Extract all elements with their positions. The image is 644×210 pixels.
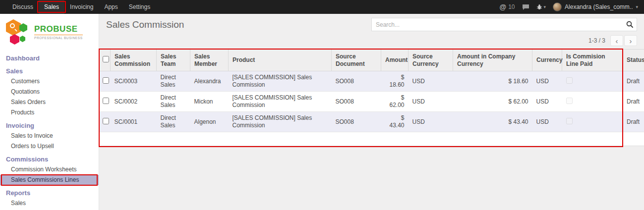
cell-sales-member: Algenon	[190, 112, 229, 132]
mention-count: 10	[508, 3, 515, 10]
logo-text: PROBUSE	[34, 25, 83, 33]
col-header-is-commission-line-paid[interactable]: Is Commision Line Paid	[562, 50, 623, 71]
col-header-amount[interactable]: Amount	[381, 50, 409, 71]
sidebar-section-invoicing: Invoicing	[0, 120, 99, 131]
col-header-amount-company-currency[interactable]: Amount in Company Currency	[453, 50, 532, 71]
caret-down-icon: ▾	[636, 4, 638, 9]
cell-amount-company: $ 62.00	[453, 92, 532, 112]
topbar: Discuss Sales Invoicing Apps Settings @ …	[0, 0, 644, 14]
debug-menu-button[interactable]: ▾	[536, 4, 546, 10]
search-icon	[626, 21, 634, 28]
cell-amount-company: $ 18.60	[453, 71, 532, 92]
cell-product: [SALES COMMISSION] Sales Commission	[229, 71, 332, 92]
paid-checkbox	[566, 118, 573, 124]
sidebar-item-sales-to-invoice[interactable]: Sales to Invoice	[0, 131, 99, 141]
cell-currency: USD	[532, 71, 562, 92]
mentions-button[interactable]: @ 10	[500, 3, 515, 11]
logo-hexagons-icon	[6, 19, 31, 46]
col-header-currency[interactable]: Currency	[532, 50, 562, 71]
menu-sales[interactable]: Sales	[39, 0, 64, 14]
sidebar-item-reports-sales[interactable]: Sales	[0, 198, 99, 209]
col-header-sales-member[interactable]: Sales Member	[190, 50, 229, 71]
row-select-cell	[100, 112, 111, 132]
cell-product: [SALES COMMISSION] Sales Commission	[229, 112, 332, 132]
control-panel: Sales Commission	[99, 14, 644, 31]
pager-previous-button[interactable]: ‹	[610, 35, 623, 46]
sidebar-section-dashboard[interactable]: Dashboard	[0, 53, 99, 63]
cell-sales-team: Direct Sales	[157, 71, 190, 92]
commission-lines-table: Sales Commission Sales Team Sales Member…	[99, 49, 644, 132]
sidebar-item-sales-commissions-lines[interactable]: Sales Commissions Lines	[0, 175, 99, 185]
cell-status: Draft	[623, 112, 644, 132]
caret-down-icon: ▾	[544, 4, 546, 9]
col-header-source-currency[interactable]: Source Currency	[409, 50, 453, 71]
select-all-cell	[100, 50, 111, 71]
main-content: Sales Commission 1-3 / 3 ‹ ›	[99, 14, 644, 210]
search-button[interactable]	[626, 21, 634, 30]
menu-discuss[interactable]: Discuss	[7, 0, 39, 14]
search-input[interactable]	[371, 18, 637, 31]
cell-status: Draft	[623, 71, 644, 92]
table-row[interactable]: SC/0002 Direct Sales Mickon [SALES COMMI…	[100, 92, 644, 112]
cell-source-document: SO008	[332, 71, 381, 92]
pager-range: 1-3 / 3	[588, 37, 605, 44]
cell-currency: USD	[532, 112, 562, 132]
cell-source-currency: USD	[409, 112, 453, 132]
cell-sales-team: Direct Sales	[157, 92, 190, 112]
pager: 1-3 / 3 ‹ ›	[99, 31, 644, 49]
cell-currency: USD	[532, 92, 562, 112]
cell-sales-commission: SC/0001	[111, 112, 157, 132]
cell-sales-commission: SC/0003	[111, 71, 157, 92]
page-title: Sales Commission	[106, 19, 184, 30]
cell-paid	[562, 92, 623, 112]
search-box	[371, 18, 637, 31]
menu-settings[interactable]: Settings	[123, 0, 156, 14]
sidebar-item-orders-to-upsell[interactable]: Orders to Upsell	[0, 141, 99, 152]
cell-amount: $ 18.60	[381, 71, 409, 92]
cell-sales-member: Alexandra	[190, 71, 229, 92]
paid-checkbox	[566, 77, 573, 84]
col-header-source-document[interactable]: Source Document	[332, 50, 381, 71]
chevron-left-icon: ‹	[616, 37, 618, 45]
cell-amount-company: $ 43.40	[453, 112, 532, 132]
pager-next-button[interactable]: ›	[624, 35, 637, 46]
cell-source-currency: USD	[409, 71, 453, 92]
magnifier-icon	[10, 23, 15, 28]
sidebar-section-reports: Reports	[0, 188, 99, 198]
select-all-checkbox[interactable]	[103, 56, 109, 62]
sidebar-item-products[interactable]: Products	[0, 107, 99, 118]
chat-icon	[522, 4, 529, 10]
sidebar-item-commission-worksheets[interactable]: Commission Worksheets	[0, 164, 99, 175]
sidebar-item-customers[interactable]: Customers	[0, 76, 99, 87]
sidebar-section-sales: Sales	[0, 66, 99, 76]
cell-amount: $ 62.00	[381, 92, 409, 112]
col-header-status[interactable]: Status	[623, 50, 644, 71]
paid-checkbox	[566, 98, 573, 104]
avatar	[553, 2, 562, 11]
sidebar-item-quotations[interactable]: Quotations	[0, 87, 99, 97]
col-header-sales-commission[interactable]: Sales Commission	[111, 50, 157, 71]
row-select-checkbox[interactable]	[103, 118, 109, 124]
col-header-sales-team[interactable]: Sales Team	[157, 50, 190, 71]
chevron-right-icon: ›	[630, 37, 632, 45]
col-header-product[interactable]: Product	[229, 50, 332, 71]
menu-invoicing[interactable]: Invoicing	[64, 0, 99, 14]
cell-paid	[562, 71, 623, 92]
cell-source-document: SO008	[332, 112, 381, 132]
menu-apps[interactable]: Apps	[99, 0, 123, 14]
sidebar-section-commissions: Commissions	[0, 154, 99, 164]
user-menu[interactable]: Alexandra (Sales_comm.. ▾	[553, 2, 638, 11]
at-icon: @	[500, 3, 507, 11]
row-select-checkbox[interactable]	[103, 77, 109, 84]
cell-sales-commission: SC/0002	[111, 92, 157, 112]
row-select-checkbox[interactable]	[103, 98, 109, 104]
cell-sales-member: Mickon	[190, 92, 229, 112]
bug-icon	[536, 4, 542, 10]
table-row[interactable]: SC/0003 Direct Sales Alexandra [SALES CO…	[100, 71, 644, 92]
cell-amount: $ 43.40	[381, 112, 409, 132]
chat-button[interactable]	[522, 4, 529, 10]
probuse-logo: PROBUSE PROFESSIONAL BUSINESS	[0, 14, 99, 50]
cell-status: Draft	[623, 92, 644, 112]
table-row[interactable]: SC/0001 Direct Sales Algenon [SALES COMM…	[100, 112, 644, 132]
sidebar-item-sales-orders[interactable]: Sales Orders	[0, 97, 99, 107]
